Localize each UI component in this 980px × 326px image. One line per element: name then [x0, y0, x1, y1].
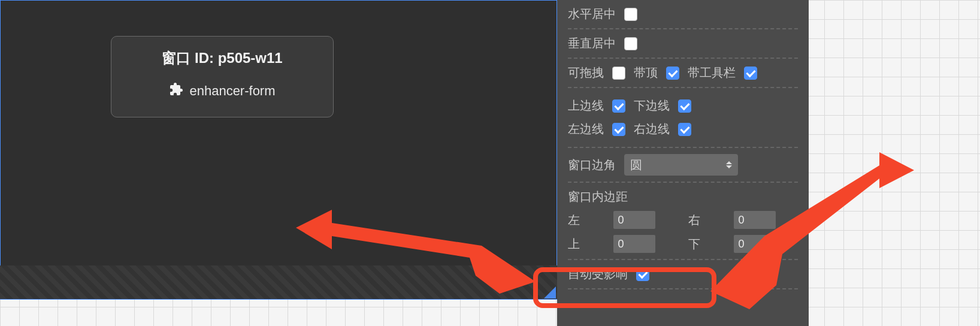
- label-border-right: 右边线: [634, 121, 670, 137]
- window-info-card[interactable]: 窗口 ID: p505-w11 enhancer-form: [111, 36, 334, 117]
- select-window-corner-value: 圆: [630, 157, 642, 173]
- row-horizontal-center: 水平居中: [568, 0, 798, 29]
- row-vertical-center: 垂直居中: [568, 29, 798, 59]
- select-window-corner[interactable]: 圆: [624, 154, 738, 176]
- label-padding-left: 左: [568, 212, 603, 228]
- checkbox-border-right[interactable]: [678, 123, 691, 136]
- checkbox-vertical-center[interactable]: [624, 37, 637, 50]
- row-drag-top-toolbar: 可拖拽 带顶 带工具栏: [568, 59, 798, 88]
- checkbox-horizontal-center[interactable]: [624, 8, 637, 21]
- checkbox-draggable[interactable]: [612, 67, 625, 80]
- input-padding-left[interactable]: [613, 211, 655, 229]
- input-padding-top[interactable]: [613, 235, 655, 253]
- row-window-corner: 窗口边角 圆: [568, 148, 798, 183]
- group-padding: 窗口内边距 左 右 上 下: [568, 183, 798, 260]
- label-horizontal-center: 水平居中: [568, 6, 616, 22]
- label-with-top: 带顶: [634, 65, 658, 81]
- canvas-bottom-stripe: [0, 265, 557, 300]
- label-padding-bottom: 下: [688, 236, 723, 252]
- checkbox-with-top[interactable]: [666, 67, 679, 80]
- label-border-bottom: 下边线: [634, 98, 670, 114]
- window-id-value: p505-w11: [218, 50, 283, 66]
- window-id-title: 窗口 ID: p505-w11: [125, 49, 320, 68]
- checkbox-border-left[interactable]: [612, 123, 625, 136]
- checkbox-border-top[interactable]: [612, 99, 625, 113]
- puzzle-icon: [169, 82, 183, 100]
- input-padding-right[interactable]: [734, 211, 776, 229]
- label-border-left: 左边线: [568, 121, 604, 137]
- checkbox-with-toolbar[interactable]: [744, 67, 757, 80]
- properties-panel: 水平居中 垂直居中 可拖拽 带顶 带工具栏 上边线 下边线 左边线 右边线 窗口…: [557, 0, 809, 326]
- label-with-toolbar: 带工具栏: [688, 65, 736, 81]
- checkbox-border-bottom[interactable]: [678, 99, 691, 113]
- resize-handle-icon[interactable]: [544, 286, 556, 298]
- label-vertical-center: 垂直居中: [568, 35, 616, 52]
- label-window-corner: 窗口边角: [568, 157, 616, 173]
- window-component-label: enhancer-form: [189, 83, 275, 99]
- add-button[interactable]: +: [504, 270, 516, 290]
- row-auto-affect: 自动受影响: [568, 260, 798, 289]
- group-borders: 上边线 下边线 左边线 右边线: [568, 88, 798, 148]
- checkbox-auto-affect[interactable]: [636, 268, 649, 281]
- window-component-row: enhancer-form: [125, 82, 320, 100]
- window-id-prefix: 窗口 ID:: [162, 50, 217, 66]
- chevron-updown-icon: [726, 161, 732, 168]
- label-border-top: 上边线: [568, 98, 604, 114]
- label-auto-affect: 自动受影响: [568, 266, 628, 282]
- label-padding-right: 右: [688, 212, 723, 228]
- label-padding-top: 上: [568, 236, 603, 252]
- input-padding-bottom[interactable]: [734, 235, 776, 253]
- label-window-padding: 窗口内边距: [568, 189, 798, 205]
- label-draggable: 可拖拽: [568, 65, 604, 81]
